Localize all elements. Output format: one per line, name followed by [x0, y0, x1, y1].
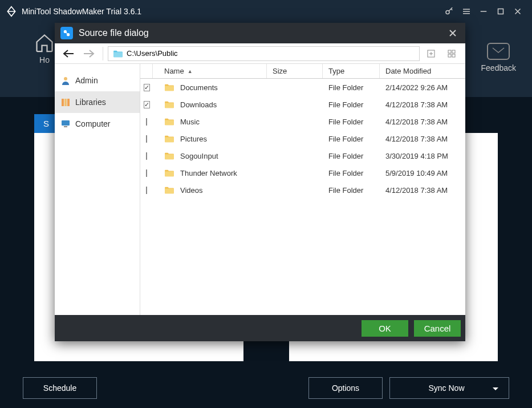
key-icon[interactable]	[441, 3, 458, 20]
svg-rect-14	[62, 120, 70, 126]
dialog-toolbar: C:\Users\Public	[55, 43, 465, 64]
row-type: File Folder	[328, 83, 363, 92]
tree-admin[interactable]: Admin	[55, 70, 140, 91]
minimize-button[interactable]	[475, 3, 492, 20]
row-type: File Folder	[328, 118, 363, 126]
file-row[interactable]: DownloadsFile Folder4/12/2018 7:38 AM	[140, 96, 465, 113]
column-type-label: Type	[328, 67, 344, 75]
folder-icon	[164, 83, 174, 91]
column-headers: Name ▲ Size Type Date Modified	[140, 64, 465, 79]
column-type[interactable]: Type	[323, 64, 380, 78]
folder-icon	[164, 100, 174, 108]
source-file-dialog: Source file dialog C:\Users\Public Admin	[55, 23, 465, 341]
feedback-button[interactable]: Feedback	[481, 43, 516, 72]
feedback-label: Feedback	[481, 63, 516, 72]
app-logo-icon	[6, 6, 17, 17]
user-icon	[60, 75, 71, 86]
svg-rect-6	[448, 50, 451, 53]
libraries-icon	[60, 97, 71, 107]
row-checkbox[interactable]	[146, 187, 147, 194]
row-checkbox[interactable]	[146, 135, 147, 143]
row-date: 4/12/2018 7:38 AM	[385, 186, 448, 195]
file-row[interactable]: PicturesFile Folder4/12/2018 7:38 AM	[140, 130, 465, 147]
column-size-label: Size	[273, 67, 287, 75]
close-button[interactable]	[509, 3, 526, 20]
file-row[interactable]: MusicFile Folder4/12/2018 7:38 AM	[140, 113, 465, 130]
folder-icon	[164, 118, 174, 126]
bottom-bar: Schedule Options Sync Now	[0, 368, 532, 408]
svg-rect-4	[113, 52, 123, 57]
maximize-button[interactable]	[492, 3, 509, 20]
row-name: Documents	[180, 83, 218, 92]
toolbar-separator	[103, 47, 103, 60]
folder-icon	[164, 169, 174, 177]
new-folder-button[interactable]	[422, 46, 440, 62]
column-name-label: Name	[164, 67, 184, 75]
svg-rect-21	[165, 171, 174, 176]
row-type: File Folder	[328, 100, 363, 109]
row-checkbox[interactable]	[144, 84, 150, 91]
cancel-button[interactable]: Cancel	[414, 320, 461, 337]
svg-rect-7	[452, 50, 455, 53]
svg-rect-16	[165, 86, 174, 91]
column-date[interactable]: Date Modified	[380, 64, 465, 78]
dialog-titlebar: Source file dialog	[55, 23, 465, 43]
back-button[interactable]	[59, 46, 78, 62]
file-row[interactable]: VideosFile Folder4/12/2018 7:38 AM	[140, 181, 465, 199]
dialog-body: Admin Libraries Computer Name ▲ Size	[55, 64, 465, 315]
file-row[interactable]: Thunder NetworkFile Folder5/9/2019 10:49…	[140, 164, 465, 181]
column-date-label: Date Modified	[385, 67, 431, 75]
dialog-footer: OK Cancel	[55, 315, 465, 341]
row-date: 3/30/2019 4:18 PM	[385, 152, 448, 160]
envelope-icon	[487, 43, 510, 60]
row-checkbox[interactable]	[146, 169, 147, 177]
column-name[interactable]: Name ▲	[153, 64, 267, 78]
nav-home[interactable]: Ho	[34, 33, 55, 64]
svg-rect-1	[498, 9, 503, 14]
row-checkbox[interactable]	[146, 152, 147, 160]
dialog-close-button[interactable]	[446, 26, 460, 40]
row-date: 2/14/2022 9:26 AM	[385, 83, 448, 92]
row-type: File Folder	[328, 135, 363, 143]
dialog-title: Source file dialog	[79, 28, 149, 38]
sort-ascending-icon: ▲	[188, 68, 193, 74]
row-name: Downloads	[180, 100, 217, 109]
folder-icon	[164, 186, 174, 194]
row-type: File Folder	[328, 169, 363, 177]
ok-button[interactable]: OK	[362, 320, 408, 337]
row-name: SogouInput	[180, 152, 218, 160]
schedule-button[interactable]: Schedule	[23, 377, 97, 399]
row-checkbox[interactable]	[144, 101, 150, 108]
view-mode-button[interactable]	[442, 46, 461, 62]
svg-rect-22	[165, 188, 174, 193]
column-checkbox[interactable]	[140, 64, 153, 78]
row-date: 4/12/2018 7:38 AM	[385, 100, 448, 109]
file-row[interactable]: SogouInputFile Folder3/30/2019 4:18 PM	[140, 147, 465, 164]
column-size[interactable]: Size	[267, 64, 323, 78]
sync-now-label: Sync Now	[428, 383, 464, 393]
svg-rect-8	[448, 54, 451, 57]
folder-icon	[113, 50, 123, 58]
path-input[interactable]: C:\Users\Public	[108, 46, 420, 61]
tree-computer-label: Computer	[75, 119, 110, 128]
file-row[interactable]: DocumentsFile Folder2/14/2022 9:26 AM	[140, 79, 465, 96]
file-area: Name ▲ Size Type Date Modified Documents…	[140, 64, 465, 315]
ok-label: OK	[379, 324, 391, 333]
sync-now-button[interactable]: Sync Now	[389, 377, 509, 399]
titlebar: MiniTool ShadowMaker Trial 3.6.1	[0, 0, 532, 23]
tree-libraries-label: Libraries	[75, 98, 106, 107]
menu-icon[interactable]	[458, 3, 475, 20]
row-name: Music	[180, 118, 200, 126]
tree-panel: Admin Libraries Computer	[55, 64, 140, 315]
schedule-label: Schedule	[43, 383, 76, 393]
chevron-down-icon	[493, 383, 498, 393]
row-checkbox[interactable]	[146, 118, 147, 126]
tree-libraries[interactable]: Libraries	[55, 91, 140, 113]
row-name: Thunder Network	[180, 169, 237, 177]
options-button[interactable]: Options	[308, 377, 383, 399]
tree-computer[interactable]: Computer	[55, 113, 140, 135]
forward-button[interactable]	[80, 46, 98, 62]
row-date: 4/12/2018 7:38 AM	[385, 118, 448, 126]
svg-rect-19	[165, 137, 174, 142]
row-date: 4/12/2018 7:38 AM	[385, 135, 448, 143]
